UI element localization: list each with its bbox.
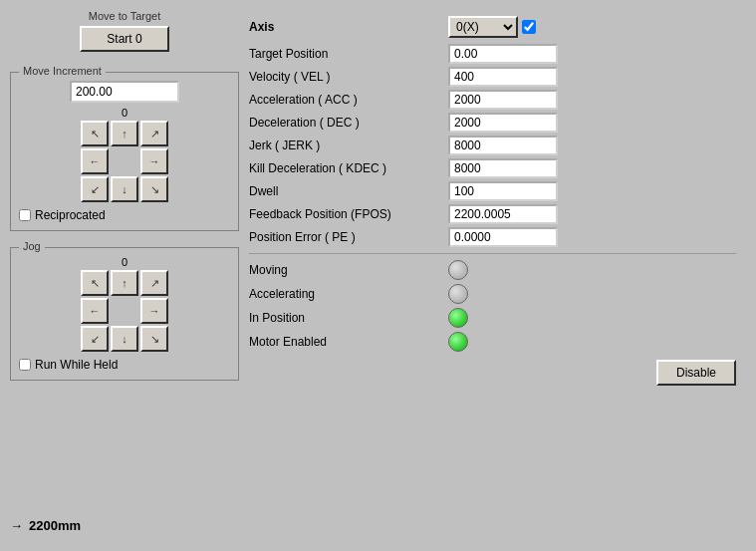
run-while-held-label: Run While Held [35,358,118,372]
divider [249,253,736,254]
reciprocated-checkbox[interactable] [19,209,31,221]
status-label-0: Moving [249,263,448,277]
status-label-1: Accelerating [249,287,448,301]
jog-w-button[interactable]: ← [81,298,109,324]
status-row-3: Motor Enabled [249,332,736,352]
status-row-0: Moving [249,260,736,280]
jog-sw-button[interactable]: ↙ [81,326,109,352]
axis-select-wrapper: 0(X) [448,16,536,38]
jog-se-button[interactable]: ↘ [140,326,168,352]
jog-e-button[interactable]: → [140,298,168,324]
status-row-2: In Position [249,308,736,328]
jog-arrow-grid: ↖ ↑ ↗ ← → ↙ ↓ ↘ [19,270,230,352]
move-increment-zero: 0 [19,107,230,119]
move-sw-button[interactable]: ↙ [81,176,109,202]
param-label-1: Velocity ( VEL ) [249,70,448,84]
param-row-8: Position Error ( PE ) [249,227,736,247]
move-increment-input[interactable] [70,81,179,103]
right-panel: Axis 0(X) Target PositionVelocity ( VEL … [239,10,746,541]
param-row-6: Dwell [249,181,736,201]
move-increment-group: Move Increment 0 ↖ ↑ ↗ ← → ↙ ↓ ↘ Recipro… [10,72,239,231]
run-while-held-row: Run While Held [19,358,230,372]
param-row-2: Acceleration ( ACC ) [249,90,736,110]
disable-button[interactable]: Disable [656,360,736,386]
param-row-4: Jerk ( JERK ) [249,136,736,155]
move-w-button[interactable]: ← [81,148,109,174]
param-input-0[interactable] [448,44,558,64]
param-row-5: Kill Deceleration ( KDEC ) [249,158,736,178]
param-input-5[interactable] [448,158,558,178]
param-row-7: Feedback Position (FPOS) [249,204,736,224]
axis-row: Axis 0(X) [249,16,736,38]
param-label-5: Kill Deceleration ( KDEC ) [249,161,448,175]
status-container: MovingAcceleratingIn PositionMotor Enabl… [249,260,736,352]
jog-n-button[interactable]: ↑ [111,270,138,296]
param-label-0: Target Position [249,47,448,61]
param-input-2[interactable] [448,90,558,110]
bottom-value: 2200mm [29,518,81,533]
params-container: Target PositionVelocity ( VEL )Accelerat… [249,44,736,247]
jog-ne-button[interactable]: ↗ [140,270,168,296]
param-label-7: Feedback Position (FPOS) [249,207,448,221]
status-indicator-2 [448,308,468,328]
param-label-3: Deceleration ( DEC ) [249,116,448,130]
move-to-target-label: Move to Target [89,10,161,22]
run-while-held-checkbox[interactable] [19,359,31,371]
status-indicator-0 [448,260,468,280]
status-label-3: Motor Enabled [249,335,448,349]
move-n-button[interactable]: ↑ [111,121,138,146]
status-label-2: In Position [249,311,448,325]
move-ne-button[interactable]: ↗ [140,121,168,146]
param-label-6: Dwell [249,184,448,198]
jog-group: Jog 0 ↖ ↑ ↗ ← → ↙ ↓ ↘ Run While Held [10,247,239,381]
move-nw-button[interactable]: ↖ [81,121,109,146]
reciprocated-label: Reciprocated [35,208,106,222]
move-s-button[interactable]: ↓ [111,176,138,202]
param-label-2: Acceleration ( ACC ) [249,93,448,107]
bottom-text: → 2200mm [10,518,81,533]
reciprocated-row: Reciprocated [19,208,230,222]
jog-title: Jog [19,240,45,252]
move-increment-arrow-grid: ↖ ↑ ↗ ← → ↙ ↓ ↘ [19,121,230,202]
move-se-button[interactable]: ↘ [140,176,168,202]
param-input-7[interactable] [448,204,558,224]
axis-select[interactable]: 0(X) [448,16,518,38]
jog-center-empty [111,298,138,324]
status-indicator-3 [448,332,468,352]
param-input-8[interactable] [448,227,558,247]
bottom-arrow-icon: → [10,518,23,533]
param-row-3: Deceleration ( DEC ) [249,113,736,133]
move-e-button[interactable]: → [140,148,168,174]
axis-enable-checkbox[interactable] [522,20,536,34]
status-indicator-1 [448,284,468,304]
param-row-1: Velocity ( VEL ) [249,67,736,87]
move-center-empty [111,148,138,174]
axis-label: Axis [249,20,448,34]
start-button[interactable]: Start 0 [80,26,169,52]
jog-zero: 0 [19,256,230,268]
status-row-1: Accelerating [249,284,736,304]
param-label-8: Position Error ( PE ) [249,230,448,244]
jog-nw-button[interactable]: ↖ [81,270,109,296]
move-increment-title: Move Increment [19,65,106,77]
param-input-6[interactable] [448,181,558,201]
param-label-4: Jerk ( JERK ) [249,138,448,152]
param-row-0: Target Position [249,44,736,64]
jog-s-button[interactable]: ↓ [111,326,138,352]
param-input-3[interactable] [448,113,558,133]
param-input-1[interactable] [448,67,558,87]
param-input-4[interactable] [448,136,558,155]
